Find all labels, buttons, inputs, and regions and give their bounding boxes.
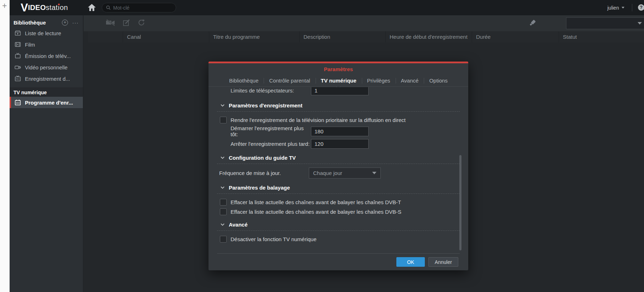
home-icon[interactable] <box>88 4 97 12</box>
priority-recording-checkbox[interactable] <box>220 117 227 123</box>
playlist-icon <box>15 30 21 36</box>
section-title: Configuration du guide TV <box>229 155 296 161</box>
column-header-statut[interactable]: Statut <box>559 31 644 42</box>
sidebar-section-library: Bibliothèque + ··· <box>10 15 83 27</box>
dvbt-clear-label: Effacer la liste actuelle des chaînes av… <box>231 199 401 205</box>
dvbs-clear-label: Effacer la liste actuelle des chaînes av… <box>231 209 401 215</box>
sidebar-item-label: Film <box>25 42 35 48</box>
add-library-icon[interactable]: + <box>62 20 68 26</box>
tab-controle-parental[interactable]: Contrôle parental <box>264 75 315 86</box>
chevron-down-icon <box>221 156 225 159</box>
chevron-down-icon <box>221 104 225 107</box>
more-options-icon[interactable]: ··· <box>72 20 79 26</box>
refresh-icon[interactable] <box>138 19 145 28</box>
tuner-select[interactable] <box>566 17 644 29</box>
update-frequency-row: Fréquence de mise à jour. Chaque jour <box>217 168 460 179</box>
film-icon <box>15 41 21 48</box>
sidebar-item-recording-schedule[interactable]: Programme d'enr... <box>10 97 83 108</box>
dialog-scrollbar-thumb[interactable] <box>459 155 461 250</box>
svg-text:REC: REC <box>16 78 20 80</box>
section-title: Avancé <box>229 222 248 228</box>
column-header-canal[interactable]: Canal <box>123 31 209 42</box>
dialog-title: Paramètres <box>208 66 468 72</box>
rec-tv-icon: REC <box>15 75 21 82</box>
topbar-divider <box>632 4 632 11</box>
dvbt-clear-row: Effacer la liste actuelle des chaînes av… <box>217 199 460 206</box>
sidebar: Bibliothèque + ··· Liste de lecture Film… <box>10 15 83 292</box>
schedule-calendar-icon <box>15 99 21 106</box>
sidebar-item-home-video[interactable]: Vidéo personnelle <box>10 62 83 73</box>
user-menu[interactable]: julien <box>607 0 624 15</box>
sidebar-item-label: Émission de télév... <box>25 53 71 59</box>
update-frequency-label: Fréquence de mise à jour. <box>217 170 309 176</box>
selected-option: Chaque jour <box>313 170 342 176</box>
section-recording-settings[interactable]: Paramètres d'enregistrement <box>217 102 460 112</box>
footer-divider <box>217 253 460 254</box>
stop-late-row: Arrêter l'enregistrement plus tard: <box>217 139 460 149</box>
section-scan-settings[interactable]: Paramètres de balayage <box>217 185 460 194</box>
viewer-limit-input[interactable] <box>311 87 369 95</box>
select-column-header[interactable] <box>88 31 123 42</box>
sidebar-item-label: Liste de lecture <box>25 30 61 36</box>
section-title: Paramètres d'enregistrement <box>229 102 302 108</box>
disable-dtv-row: Désactiver la fonction TV numérique <box>217 236 460 243</box>
sidebar-item-tvshow[interactable]: Émission de télév... <box>10 50 83 62</box>
edit-icon[interactable] <box>123 19 130 28</box>
stop-late-input[interactable] <box>311 139 369 149</box>
chevron-down-icon <box>622 7 624 9</box>
search-icon <box>106 5 111 10</box>
disable-dtv-checkbox[interactable] <box>220 236 227 243</box>
tab-privileges[interactable]: Privilèges <box>362 75 396 86</box>
section-title: Paramètres de balayage <box>229 185 290 191</box>
dialog-tabs: Bibliothèque Contrôle parental TV numéri… <box>208 75 468 87</box>
dvbs-clear-row: Effacer la liste actuelle des chaînes av… <box>217 208 460 215</box>
camcorder-icon <box>15 64 21 70</box>
sidebar-item-playlist[interactable]: Liste de lecture <box>10 27 83 39</box>
plus-glyph: + <box>2 1 7 11</box>
column-header-duree[interactable]: Durée <box>472 31 559 42</box>
topbar: VIDEOstatıon julien ? <box>10 0 644 15</box>
chevron-down-icon <box>372 172 376 174</box>
viewer-limit-row: Limites de téléspectateurs: <box>217 87 460 96</box>
logo-red-dot: ı <box>58 4 60 12</box>
start-early-input[interactable] <box>311 127 369 136</box>
dvbt-clear-checkbox[interactable] <box>220 199 227 206</box>
sidebar-item-film[interactable]: Film <box>10 39 83 50</box>
update-frequency-select[interactable]: Chaque jour <box>309 168 381 179</box>
dialog-footer: OK Annuler <box>396 257 458 267</box>
ok-button[interactable]: OK <box>396 257 425 267</box>
start-early-label: Démarrer l'enregistrement plus tôt: <box>231 125 311 137</box>
disable-dtv-label: Désactiver la fonction TV numérique <box>231 236 317 242</box>
toolbar <box>84 15 644 31</box>
section-tv-guide[interactable]: Configuration du guide TV <box>217 155 460 164</box>
dvbs-clear-checkbox[interactable] <box>220 208 227 215</box>
column-header-description[interactable]: Description <box>299 31 385 42</box>
tv-icon <box>15 53 21 59</box>
priority-recording-label: Rendre l'enregistrement de la télévision… <box>231 117 406 123</box>
sidebar-item-recordings[interactable]: REC Enregistrement d... <box>10 73 83 84</box>
table-header: Canal Titre du programme Description Heu… <box>88 31 644 42</box>
section-advanced[interactable]: Avancé <box>217 222 460 231</box>
chevron-down-icon <box>221 186 225 189</box>
usb-tuner-icon <box>528 18 537 29</box>
cancel-button[interactable]: Annuler <box>428 257 458 267</box>
search-input[interactable] <box>113 5 178 11</box>
dialog-scroll-content: Limites de téléspectateurs: Paramètres d… <box>217 87 460 253</box>
tab-tv-numerique[interactable]: TV numérique <box>316 75 362 86</box>
stop-late-label: Arrêter l'enregistrement plus tard: <box>231 141 311 147</box>
settings-dialog: Paramètres Bibliothèque Contrôle parenta… <box>208 62 468 270</box>
record-disabled-icon[interactable] <box>106 19 115 28</box>
tab-avance[interactable]: Avancé <box>396 75 424 86</box>
viewer-limit-label: Limites de téléspectateurs: <box>231 87 311 94</box>
sidebar-item-label: Programme d'enr... <box>25 100 73 106</box>
sidebar-item-label: Enregistrement d... <box>25 76 70 82</box>
search-box[interactable] <box>102 3 176 12</box>
chevron-down-icon <box>638 22 642 25</box>
tab-options[interactable]: Options <box>424 75 453 86</box>
sidebar-section-digital-tv: TV numérique <box>10 87 83 97</box>
videostation-logo: VIDEOstatıon <box>21 0 68 15</box>
column-header-heure-debut[interactable]: Heure de début d'enregistrement <box>385 31 472 42</box>
column-header-titre[interactable]: Titre du programme <box>209 31 299 42</box>
help-icon[interactable]: ? <box>638 4 644 11</box>
tab-bibliotheque[interactable]: Bibliothèque <box>224 75 264 86</box>
